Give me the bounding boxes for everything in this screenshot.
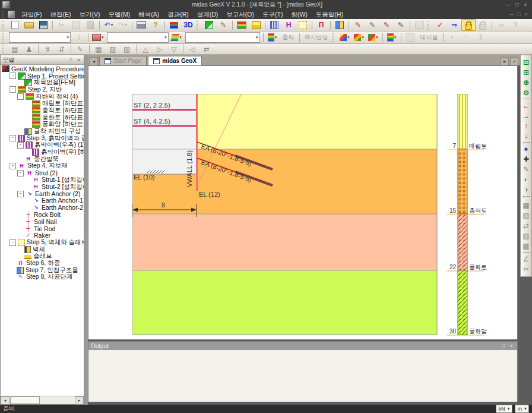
palette-button[interactable]: ▾ xyxy=(170,31,184,43)
zoom-fit-icon: ⊡ xyxy=(523,59,529,66)
zoom-dynamic-button[interactable]: ⌖ xyxy=(521,144,531,154)
zoom-window-button[interactable]: ⊞ xyxy=(521,67,531,77)
mdi-close-icon[interactable]: × xyxy=(522,11,530,17)
drawing-canvas[interactable]: ST (2, 2-2.5) ST (4, 4-2.5) EL (10) EL (… xyxy=(88,65,518,340)
scroll-right-icon[interactable]: ▸ xyxy=(75,396,84,405)
close-icon[interactable]: × xyxy=(508,343,515,349)
mdi-minimize-icon[interactable]: ─ xyxy=(508,11,515,17)
tab-scroll-left-icon[interactable]: ◂ xyxy=(90,57,98,65)
tree-expander-icon[interactable]: - xyxy=(10,72,16,79)
check-model-button[interactable]: ✓ xyxy=(433,19,447,31)
undo-button[interactable]: ↶▾ xyxy=(102,19,116,31)
close-icon[interactable]: × xyxy=(75,57,82,63)
menu-item-10[interactable]: 도움말(H) xyxy=(312,10,347,19)
length-unit-combobox[interactable]: m ▼ xyxy=(515,405,529,413)
mdi-restore-icon[interactable]: □ xyxy=(515,11,522,17)
stage-edit-s-button[interactable]: ✎ xyxy=(379,19,394,31)
tree-item-30[interactable]: ✎Step 8, 시공단계 xyxy=(1,274,84,281)
retaining-wall-button[interactable] xyxy=(267,19,281,31)
ground-define-button[interactable] xyxy=(235,19,249,31)
display-combobox[interactable]: ▾ xyxy=(107,32,169,43)
tree-expander-icon[interactable]: - xyxy=(17,142,24,149)
save-file-button[interactable] xyxy=(36,19,50,31)
view-3d-button[interactable]: 3D xyxy=(181,19,195,31)
adjacent-structure-button[interactable] xyxy=(332,19,347,31)
scroll-left-icon[interactable]: ◂ xyxy=(1,396,10,405)
pan-left-button[interactable]: ← xyxy=(521,100,531,111)
menu-item-7[interactable]: 보고서(O) xyxy=(222,10,258,19)
contour-bar-button[interactable]: ▾ xyxy=(265,31,280,43)
tree-expander-icon[interactable]: - xyxy=(10,163,16,169)
snapshot-button[interactable]: ▾ xyxy=(90,31,106,43)
pan-down-button[interactable]: ↓ xyxy=(521,131,531,141)
tab-midas-geox[interactable]: midas GeoX xyxy=(148,56,202,65)
tree-item-14[interactable]: -HStep 4, 지보재 xyxy=(1,163,84,170)
tree-horizontal-scrollbar[interactable]: ◂ ▸ xyxy=(1,396,84,404)
layer-colors-button[interactable]: ▾ xyxy=(385,31,399,43)
pan-dynamic-button[interactable]: ✚ xyxy=(521,154,531,164)
view-cube-2-button[interactable]: ▾ xyxy=(352,31,366,43)
menu-item-8[interactable]: 도구(T) xyxy=(258,10,287,19)
help-button[interactable]: ? xyxy=(148,19,163,31)
load-define-button[interactable]: Π xyxy=(314,19,328,31)
scrollbar-thumb[interactable] xyxy=(10,396,40,404)
tree-expander-icon[interactable]: - xyxy=(17,93,24,100)
tree-item-0[interactable]: GeoX Modeling Procedure xyxy=(1,65,84,72)
auto-update-button[interactable]: ⇒ xyxy=(447,19,461,31)
maximize-icon[interactable]: □ xyxy=(513,2,521,8)
zoom-in-button[interactable]: ⊕ xyxy=(521,77,531,87)
lock-model-button[interactable] xyxy=(461,19,476,31)
zoom-fit-button[interactable]: ⊡ xyxy=(521,57,531,67)
zoom-dynamic-icon: ⌖ xyxy=(524,146,528,153)
stage-combobox[interactable]: ▾ xyxy=(185,32,260,43)
tree-item-23[interactable]: ┼Tie Rod xyxy=(1,225,84,232)
tree-item-20[interactable]: ↘Earth Anchor-2 [설치 xyxy=(1,204,84,212)
menu-item-9[interactable]: 창(W) xyxy=(287,10,311,19)
force-unit-combobox[interactable]: kN ▼ xyxy=(496,405,512,413)
project-setting-button[interactable] xyxy=(202,19,216,31)
stage-edit-2-button[interactable]: ✎ xyxy=(365,19,379,31)
stage-edit-a-button[interactable]: ✎ xyxy=(394,19,408,31)
pan-up-button[interactable]: ↑ xyxy=(521,121,531,131)
view-cube-1-button[interactable]: ▾ xyxy=(338,31,352,43)
slab-define-button[interactable] xyxy=(296,19,310,31)
pin-icon[interactable]: ⎍ xyxy=(68,56,74,63)
menu-item-0[interactable]: 파일(F) xyxy=(17,10,46,19)
tree-expander-icon[interactable]: - xyxy=(17,191,24,197)
open-file-button[interactable] xyxy=(22,19,36,31)
tree-item-22[interactable]: ┼Soil Nail xyxy=(1,218,84,225)
zoom-out-button[interactable]: ⊖ xyxy=(521,87,531,97)
menu-item-4[interactable]: 해석(A) xyxy=(134,10,163,19)
unlock-model-button xyxy=(476,19,490,31)
pin-icon[interactable]: ⎍ xyxy=(501,343,507,349)
menu-item-1[interactable]: 편집(E) xyxy=(46,10,75,19)
minimize-icon[interactable]: ─ xyxy=(505,2,513,8)
menu-item-3[interactable]: 모델(M) xyxy=(104,10,134,19)
ground-chart-button[interactable] xyxy=(249,19,263,31)
tree-expander-icon[interactable]: - xyxy=(10,135,16,141)
stage-edit-1-button[interactable]: ✎ xyxy=(351,19,365,31)
strut-define-button[interactable]: H xyxy=(281,19,296,31)
close-icon[interactable]: × xyxy=(521,2,530,8)
named-view-combobox[interactable]: ▾ xyxy=(9,32,71,43)
tree-expander-icon[interactable]: - xyxy=(10,239,16,246)
menu-grip xyxy=(2,11,6,18)
pan-right-button[interactable]: → xyxy=(521,111,531,121)
menu-item-2[interactable]: 보기(V) xyxy=(75,10,104,19)
redraw-button[interactable]: ✎ xyxy=(521,164,531,174)
tab-scroll-right-icon[interactable]: ▸ xyxy=(501,57,509,65)
tree-expander-icon[interactable]: - xyxy=(10,86,16,93)
menu-item-5[interactable]: 결과(R) xyxy=(163,10,193,19)
new-file-button[interactable] xyxy=(8,19,22,31)
view-cube-3-button[interactable]: ▾ xyxy=(366,31,381,43)
tree-expander-icon[interactable]: - xyxy=(17,170,24,176)
print-button[interactable] xyxy=(134,19,148,31)
menu-item-6[interactable]: 설계(D) xyxy=(193,10,223,19)
select-d-button: ▨ xyxy=(521,231,531,241)
tab-start-page[interactable]: Start Page xyxy=(99,56,147,65)
pick-edit-button[interactable]: ✎ xyxy=(216,19,230,31)
render-stripes-button[interactable] xyxy=(167,19,181,31)
tab-close-icon[interactable]: × xyxy=(510,57,518,65)
tree-item-21[interactable]: ┼Rock Bolt xyxy=(1,211,84,218)
tree-item-17[interactable]: HStrut-2 [설치길이 : 4, xyxy=(1,184,84,191)
